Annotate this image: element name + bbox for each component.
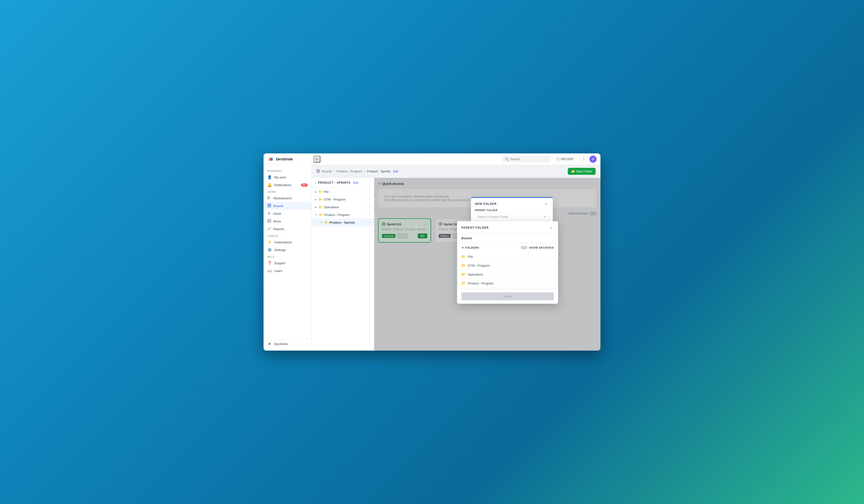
clock-icon: 🕐	[556, 157, 560, 161]
workstreams-icon	[267, 196, 271, 200]
parent-folder-list-item-operations[interactable]: 📁 Operations ›	[457, 270, 558, 279]
svg-rect-10	[269, 206, 271, 207]
folders-section-header: ▼ FOLDERS SHOW ARCHIVED	[457, 243, 558, 251]
sidebar-item-settings[interactable]: ⚙️ Settings	[264, 246, 311, 254]
folders-section-label: ▼ FOLDERS	[461, 246, 479, 249]
show-archived-folders-row: SHOW ARCHIVED	[521, 246, 554, 249]
folder-list-icon: 📁	[461, 272, 466, 276]
right-panel: ▼ Quick Access You have no boards added …	[374, 178, 600, 351]
search-icon: 🔍	[505, 157, 509, 161]
gantt-icon	[267, 211, 271, 216]
parent-folder-select[interactable]: Select a Parent Folder ∧	[475, 213, 549, 221]
boards-icon	[267, 204, 271, 208]
folder-item-operations[interactable]: ▶ 📁 Operations ⋯	[312, 203, 374, 211]
avatar[interactable]: U	[589, 156, 597, 163]
folder-list-chevron-icon: ›	[553, 255, 554, 258]
inner-layout: ‹ PRODUCT - SPRINTS Edit ▶ 📁 Filo ⋯ ▶	[312, 178, 600, 351]
sidebar-item-items[interactable]: Items	[264, 217, 311, 225]
views-section-label: VIEWS	[264, 189, 311, 194]
parent-folder-field-label: PARENT FOLDER	[475, 209, 549, 212]
search-box[interactable]: 🔍	[502, 156, 550, 162]
folder-options-icon[interactable]: ⋯	[367, 197, 371, 201]
folder-options-icon[interactable]: ⋯	[367, 190, 371, 194]
folder-icon: 📁	[319, 213, 323, 217]
recent-button[interactable]: 🕐 RECENT	[553, 156, 576, 162]
breadcrumb-product-sprints: Product - Sprints	[367, 170, 391, 173]
sidebar-footer-devstride[interactable]: DevStride ›	[264, 339, 311, 348]
folder-options-icon[interactable]: ⋯	[367, 205, 371, 209]
notifications-badge: 99+	[301, 183, 308, 187]
folder-options-icon[interactable]: ⋯	[367, 213, 371, 217]
folder-list-icon: 📁	[461, 255, 466, 258]
svg-rect-20	[318, 169, 320, 171]
sidebar-item-gantt[interactable]: Gantt	[264, 210, 311, 217]
sidebar: PERSONAL 👤 My work 🔔 Notifications 99+ V…	[264, 165, 312, 351]
breadcrumb-edit-link[interactable]: Edit	[393, 170, 398, 173]
parent-folder-list-item-gtm-program[interactable]: 📁 GTM - Program ›	[457, 261, 558, 270]
config-section-label: CONFIG	[264, 233, 311, 238]
sub-folder-item-product-sprints[interactable]: ▼ 📁 Product - Sprints ⋯	[312, 219, 374, 226]
bell-icon: 🔔	[267, 183, 272, 187]
svg-rect-3	[315, 160, 319, 160]
show-archived-folders-toggle[interactable]	[521, 246, 528, 249]
new-folder-modal-close-button[interactable]: ✕	[544, 201, 549, 207]
svg-rect-21	[318, 171, 320, 172]
parent-folder-list-item-filo[interactable]: 📁 Filo ›	[457, 252, 558, 261]
folder-item-gtm-program[interactable]: ▶ 📁 GTM - Program ⋯	[312, 196, 374, 203]
parent-folder-modal: PARENT FOLDER ✕ Boards ▼ FOLDERS SHOW	[457, 221, 558, 304]
person-icon: 👤	[267, 175, 272, 180]
boards-chevron-icon: ›	[307, 204, 308, 208]
app-name: DevStride	[276, 157, 293, 161]
folder-chevron-icon: ▼	[315, 213, 317, 216]
svg-rect-9	[269, 204, 271, 205]
folder-list-chevron-icon: ›	[553, 282, 554, 285]
svg-rect-8	[268, 204, 269, 207]
learn-icon: 📖	[267, 269, 272, 273]
parent-folder-modal-close-button[interactable]: ✕	[549, 225, 554, 230]
sidebar-item-my-work[interactable]: 👤 My work	[264, 173, 311, 181]
parent-folder-modal-breadcrumb: Boards	[457, 233, 558, 243]
sidebar-item-support[interactable]: ❓ Support	[264, 259, 311, 267]
folder-icon: 📁	[319, 190, 322, 194]
folder-item-product-program[interactable]: ▼ 📁 Product - Program ⋯	[312, 211, 374, 219]
breadcrumb: Boards › Product - Program › Product - S…	[312, 165, 600, 178]
svg-rect-1	[315, 158, 319, 158]
sidebar-item-workstreams[interactable]: Workstreams	[264, 194, 311, 202]
reports-icon	[267, 227, 271, 231]
folder-list-icon: 📁	[461, 263, 466, 267]
left-panel: ‹ PRODUCT - SPRINTS Edit ▶ 📁 Filo ⋯ ▶	[312, 178, 374, 351]
sidebar-item-reports[interactable]: Reports	[264, 225, 311, 233]
sidebar-toggle-button[interactable]	[314, 156, 320, 162]
left-panel-edit-link[interactable]: Edit	[353, 181, 358, 184]
folder-item-filo[interactable]: ▶ 📁 Filo ⋯	[312, 188, 374, 196]
personal-section-label: PERSONAL	[264, 168, 311, 173]
sidebar-item-notifications[interactable]: 🔔 Notifications 99+	[264, 181, 311, 189]
top-bar: DevStride 🔍 🕐 RECENT ☽ U	[264, 153, 600, 165]
devstride-footer-logo	[267, 342, 272, 346]
parent-folder-modal-footer: Select	[457, 289, 558, 304]
theme-toggle-button[interactable]: ☽	[579, 156, 587, 163]
breadcrumb-boards[interactable]: Boards	[322, 170, 332, 173]
new-folder-button[interactable]: 📁 New Folder	[568, 168, 596, 175]
back-arrow-icon[interactable]: ‹	[315, 181, 316, 185]
help-section-label: HELP	[264, 254, 311, 259]
parent-folder-modal-header: PARENT FOLDER ✕	[457, 221, 558, 233]
sidebar-item-automations[interactable]: ⚡ Automations	[264, 238, 311, 246]
select-chevron-icon: ∧	[544, 215, 546, 219]
logo-area: DevStride	[267, 156, 311, 162]
gear-icon: ⚙️	[267, 248, 272, 252]
parent-folder-modal-title: PARENT FOLDER	[461, 226, 489, 230]
parent-folder-list-item-product-program[interactable]: 📁 Product - Program ›	[457, 279, 558, 288]
breadcrumb-sep-1: ›	[334, 170, 335, 173]
svg-point-4	[268, 196, 268, 197]
svg-rect-19	[317, 169, 318, 172]
svg-point-5	[268, 198, 268, 199]
folder-chevron-icon: ▶	[315, 198, 317, 201]
folder-list-chevron-icon: ›	[553, 264, 554, 267]
folder-chevron-icon: ▶	[315, 206, 317, 208]
sub-folder-options-icon[interactable]: ⋯	[367, 221, 371, 224]
sidebar-item-learn[interactable]: 📖 Learn	[264, 267, 311, 274]
sidebar-item-boards[interactable]: Boards ›	[264, 202, 311, 210]
breadcrumb-product-program[interactable]: Product - Program	[337, 170, 362, 173]
search-input[interactable]	[510, 157, 548, 161]
